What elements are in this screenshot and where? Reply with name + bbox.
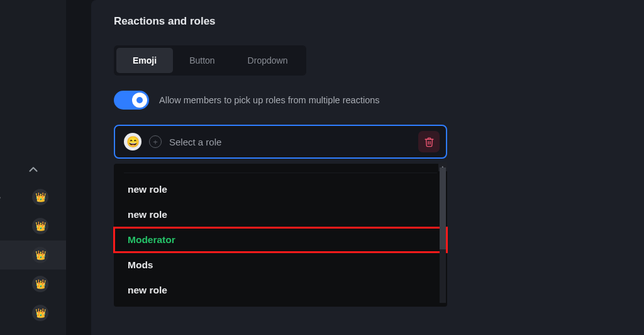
role-select-bar[interactable]: 😄 + Select a role — [114, 125, 447, 159]
toggle-knob — [132, 93, 147, 108]
multi-reaction-toggle-row: Allow members to pick up roles from mult… — [114, 91, 621, 110]
toggle-label: Allow members to pick up roles from mult… — [159, 95, 380, 105]
trash-icon — [424, 137, 435, 147]
crown-icon: 👑 — [32, 276, 48, 292]
section-title: Reactions and roles — [114, 15, 621, 28]
tab-dropdown[interactable]: Dropdown — [231, 48, 304, 73]
dropdown-scrollbar-thumb[interactable] — [440, 168, 446, 249]
left-nav-strip: bye 👑 I 👑 👑 👑 👑 — [0, 0, 66, 335]
tab-button[interactable]: Button — [173, 48, 231, 73]
role-option-moderator[interactable]: Moderator — [114, 227, 447, 253]
multi-reaction-toggle[interactable] — [114, 91, 149, 110]
role-option[interactable]: new role — [114, 202, 447, 227]
reaction-emoji-icon[interactable]: 😄 — [124, 133, 142, 150]
role-dropdown: new role new role Moderator Mods new rol… — [114, 164, 447, 307]
delete-button[interactable] — [418, 131, 440, 152]
crown-icon: 👑 — [32, 305, 48, 321]
nav-item-bye[interactable]: bye 👑 — [0, 183, 66, 212]
main-panel: Reactions and roles Emoji Button Dropdow… — [91, 0, 644, 335]
dropdown-separator — [124, 173, 437, 173]
panel-gap — [66, 0, 91, 335]
nav-item-4[interactable]: 👑 — [0, 270, 66, 298]
crown-icon: 👑 — [32, 189, 48, 205]
nav-item-3[interactable]: 👑 — [0, 241, 66, 270]
role-option[interactable]: new role — [114, 278, 447, 303]
role-option[interactable]: new role — [114, 177, 447, 202]
crown-icon: 👑 — [32, 218, 48, 234]
collapse-chevron-icon[interactable] — [26, 162, 40, 176]
nav-item-5[interactable]: 👑 — [0, 298, 66, 327]
tab-emoji[interactable]: Emoji — [116, 48, 173, 73]
role-select-placeholder: Select a role — [169, 137, 411, 147]
nav-item-label: bye — [0, 193, 1, 202]
reaction-type-tabs: Emoji Button Dropdown — [114, 45, 306, 76]
role-option[interactable]: Mods — [114, 253, 447, 278]
nav-item-i[interactable]: I 👑 — [0, 212, 66, 241]
crown-icon: 👑 — [32, 247, 48, 263]
add-icon[interactable]: + — [149, 135, 162, 148]
